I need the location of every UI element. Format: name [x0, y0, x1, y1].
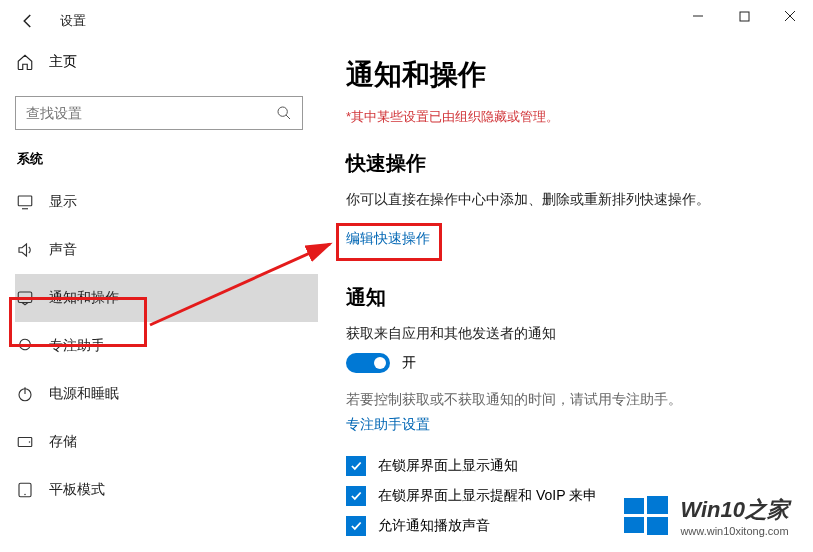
close-button[interactable]: [767, 0, 813, 32]
check-label: 在锁屏界面上显示通知: [378, 457, 518, 475]
svg-line-3: [286, 115, 290, 119]
nav-label: 存储: [49, 433, 77, 451]
storage-icon: [15, 433, 35, 451]
nav-sound[interactable]: 声音: [15, 226, 318, 274]
nav-focus-assist[interactable]: 专注助手: [15, 322, 318, 370]
nav-label: 声音: [49, 241, 77, 259]
section-label: 系统: [15, 150, 318, 168]
svg-rect-4: [18, 196, 32, 206]
check-label: 在锁屏界面上显示提醒和 VoIP 来申: [378, 487, 597, 505]
search-icon: [276, 105, 292, 121]
focus-icon: [15, 337, 35, 355]
quick-actions-desc: 你可以直接在操作中心中添加、删除或重新排列快速操作。: [346, 191, 793, 209]
nav-label: 电源和睡眠: [49, 385, 119, 403]
maximize-button[interactable]: [721, 0, 767, 32]
tablet-icon: [15, 481, 35, 499]
quick-actions-heading: 快速操作: [346, 150, 793, 177]
nav-label: 专注助手: [49, 337, 105, 355]
back-button[interactable]: [18, 11, 38, 31]
check-lockscreen-notif[interactable]: 在锁屏界面上显示通知: [346, 456, 793, 476]
check-sound[interactable]: 允许通知播放声音: [346, 516, 793, 536]
display-icon: [15, 193, 35, 211]
sidebar: 主页 系统 显示 声音 通知和操作 专注助手 电源和睡眠: [0, 42, 318, 552]
checkbox-icon: [346, 456, 366, 476]
search-input[interactable]: [15, 96, 303, 130]
check-label: 允许通知播放声音: [378, 517, 490, 535]
sound-icon: [15, 241, 35, 259]
search-field[interactable]: [26, 105, 276, 121]
nav-label: 通知和操作: [49, 289, 119, 307]
nav-label: 平板模式: [49, 481, 105, 499]
nav-tablet[interactable]: 平板模式: [15, 466, 318, 514]
svg-point-2: [278, 107, 287, 116]
notifications-toggle[interactable]: [346, 353, 390, 373]
notifications-icon: [15, 289, 35, 307]
notifications-heading: 通知: [346, 284, 793, 311]
svg-point-10: [29, 441, 31, 443]
svg-rect-6: [18, 292, 32, 303]
window-title: 设置: [60, 12, 86, 30]
home-label: 主页: [49, 53, 77, 71]
page-title: 通知和操作: [346, 56, 793, 94]
svg-rect-1: [740, 12, 749, 21]
main-content: 通知和操作 *其中某些设置已由组织隐藏或管理。 快速操作 你可以直接在操作中心中…: [318, 42, 813, 552]
checkbox-icon: [346, 486, 366, 506]
org-warning: *其中某些设置已由组织隐藏或管理。: [346, 108, 793, 126]
focus-assist-link[interactable]: 专注助手设置: [346, 416, 430, 432]
nav-notifications[interactable]: 通知和操作: [15, 274, 318, 322]
checkbox-icon: [346, 516, 366, 536]
minimize-button[interactable]: [675, 0, 721, 32]
nav-display[interactable]: 显示: [15, 178, 318, 226]
nav-power[interactable]: 电源和睡眠: [15, 370, 318, 418]
nav-storage[interactable]: 存储: [15, 418, 318, 466]
notifications-desc: 获取来自应用和其他发送者的通知: [346, 325, 793, 343]
power-icon: [15, 385, 35, 403]
svg-point-12: [24, 494, 26, 496]
home-icon: [15, 53, 35, 71]
home-nav[interactable]: 主页: [15, 42, 318, 82]
edit-quick-actions-link[interactable]: 编辑快速操作: [346, 230, 430, 246]
nav-label: 显示: [49, 193, 77, 211]
check-lockscreen-voip[interactable]: 在锁屏界面上显示提醒和 VoIP 来申: [346, 486, 793, 506]
focus-hint: 若要控制获取或不获取通知的时间，请试用专注助手。: [346, 391, 793, 409]
toggle-state: 开: [402, 354, 416, 372]
